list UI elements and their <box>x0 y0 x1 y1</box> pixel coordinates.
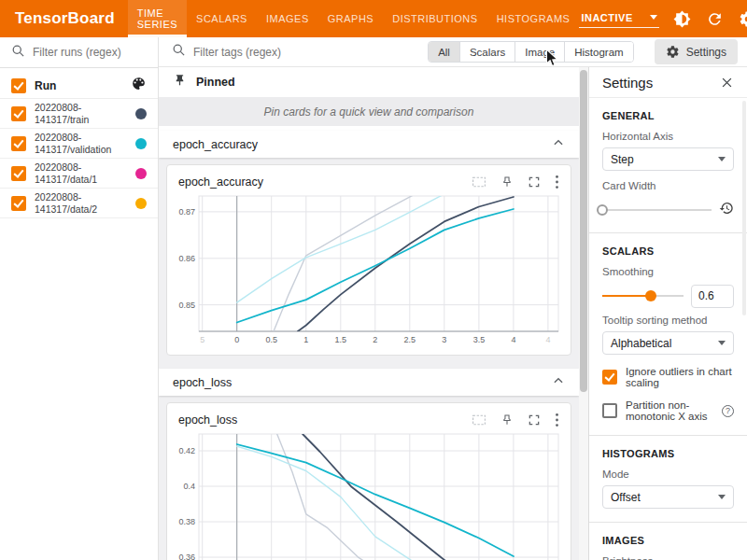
fit-to-data-icon[interactable] <box>472 175 486 189</box>
card-width-slider[interactable] <box>602 201 712 219</box>
run-checkbox[interactable] <box>11 106 26 121</box>
run-checkbox[interactable] <box>11 166 26 181</box>
select-all-runs-checkbox[interactable] <box>11 78 26 93</box>
tab-scalars[interactable]: SCALARS <box>187 0 257 37</box>
run-filter-row <box>0 37 158 68</box>
run-name-line1: 20220808- <box>35 161 81 173</box>
run-list-header: Run <box>0 73 158 99</box>
smoothing-slider[interactable] <box>602 287 684 305</box>
svg-text:1.5: 1.5 <box>335 335 347 344</box>
settings-button[interactable]: Settings <box>655 39 738 64</box>
partition-x-row[interactable]: Partition non-monotonic X axis? <box>602 399 734 422</box>
pinned-section-header: Pinned <box>159 67 579 97</box>
smoothing-value-input[interactable] <box>691 285 734 308</box>
tab-histograms[interactable]: HISTOGRAMS <box>487 0 580 37</box>
run-color-dot <box>135 138 147 149</box>
scalar-card-epoch-accuracy: epoch_accuracy <box>166 164 571 356</box>
pin-card-icon[interactable] <box>500 413 514 427</box>
help-icon[interactable]: ? <box>722 405 734 417</box>
section-title: epoch_accuracy <box>173 138 258 151</box>
run-row-data-1[interactable]: 20220808-141317/data/1 <box>0 159 158 189</box>
card-zone-epoch-loss: epoch_loss <box>159 396 579 560</box>
settings-panel-title: Settings <box>602 75 653 91</box>
partition-x-checkbox[interactable] <box>602 403 617 418</box>
chevron-down-icon <box>718 495 726 499</box>
reload-status-select[interactable]: INACTIVE <box>579 10 658 28</box>
chip-histogram[interactable]: Histogram <box>565 42 632 62</box>
run-filter-input[interactable] <box>33 46 147 59</box>
tab-images[interactable]: IMAGES <box>257 0 318 37</box>
tab-graphs[interactable]: GRAPHS <box>318 0 383 37</box>
run-name-line2: 141317/data/2 <box>35 203 97 215</box>
chevron-up-icon[interactable] <box>552 136 565 153</box>
run-checkbox[interactable] <box>11 136 26 151</box>
ignore-outliers-label: Ignore outliers in chart scaling <box>626 366 734 388</box>
histogram-mode-label: Mode <box>602 469 734 480</box>
svg-text:0.87: 0.87 <box>178 207 195 217</box>
run-name-line1: 20220808- <box>35 191 81 203</box>
run-row-train[interactable]: 20220808-141317/train <box>0 99 158 129</box>
pinned-title: Pinned <box>196 76 235 89</box>
tag-filter-input[interactable] <box>193 46 420 59</box>
run-name-line1: 20220808- <box>35 132 81 143</box>
fullscreen-icon[interactable] <box>528 175 541 189</box>
card-width-label: Card Width <box>602 180 734 191</box>
tab-distributions[interactable]: DISTRIBUTIONS <box>383 0 486 37</box>
cards-scroll-area: Pinned Pin cards for a quick view and co… <box>159 67 579 560</box>
main-scrollbar[interactable] <box>579 67 588 560</box>
section-header-epoch-accuracy[interactable]: epoch_accuracy <box>159 131 579 158</box>
chip-all[interactable]: All <box>429 42 460 62</box>
palette-icon[interactable] <box>131 76 147 95</box>
run-row-data-2[interactable]: 20220808-141317/data/2 <box>0 189 158 218</box>
chip-image[interactable]: Image <box>515 42 565 62</box>
pinned-empty-strip: Pin cards for a quick view and compariso… <box>159 97 579 126</box>
pin-icon <box>173 74 187 91</box>
settings-icon[interactable] <box>739 9 747 28</box>
tag-filter-toolbar: All Scalars Image Histogram Settings <box>159 37 747 67</box>
tag-type-filter-group: All Scalars Image Histogram <box>428 41 634 63</box>
card-title: epoch_loss <box>175 413 237 427</box>
tooltip-sort-select[interactable]: Alphabetical <box>602 331 734 355</box>
histogram-mode-select[interactable]: Offset <box>602 485 734 509</box>
chevron-up-icon[interactable] <box>552 374 565 391</box>
svg-text:0.38: 0.38 <box>178 517 195 526</box>
scrollbar-thumb[interactable] <box>580 70 587 392</box>
card-width-reset-icon[interactable] <box>719 201 734 219</box>
close-icon[interactable] <box>720 76 734 90</box>
epoch-accuracy-chart[interactable]: 500.511.522.533.5440.850.860.87 <box>175 194 563 351</box>
svg-text:2.5: 2.5 <box>404 335 416 344</box>
fullscreen-icon[interactable] <box>528 413 541 427</box>
section-header-epoch-loss[interactable]: epoch_loss <box>159 369 579 396</box>
more-options-icon[interactable] <box>555 413 559 427</box>
refresh-icon[interactable] <box>706 9 725 28</box>
settings-scrollbar[interactable] <box>742 101 746 315</box>
theme-toggle-icon[interactable] <box>673 9 692 28</box>
run-row-validation[interactable]: 20220808-141317/validation <box>0 129 158 159</box>
svg-text:1: 1 <box>303 335 308 344</box>
epoch-loss-chart[interactable]: 500.511.522.533.5440.360.380.40.42 <box>175 432 563 560</box>
card-title: epoch_accuracy <box>175 175 263 189</box>
svg-text:0: 0 <box>234 335 239 344</box>
run-name-line2: 141317/validation <box>35 144 111 155</box>
ignore-outliers-row[interactable]: Ignore outliers in chart scaling <box>602 366 734 388</box>
horizontal-axis-select[interactable]: Step <box>602 147 734 171</box>
scalars-heading: SCALARS <box>602 245 734 257</box>
gear-icon <box>666 45 680 59</box>
fit-to-data-icon[interactable] <box>472 413 486 427</box>
card-zone-epoch-accuracy: epoch_accuracy <box>159 158 579 369</box>
section-title: epoch_loss <box>173 376 232 389</box>
svg-text:3.5: 3.5 <box>473 335 486 344</box>
pin-card-icon[interactable] <box>500 175 514 189</box>
run-name-line2: 141317/train <box>35 114 89 125</box>
tab-time-series[interactable]: TIME SERIES <box>128 0 187 37</box>
tooltip-sort-value: Alphabetical <box>611 337 671 350</box>
run-checkbox[interactable] <box>11 196 26 211</box>
more-options-icon[interactable] <box>555 175 559 189</box>
chip-scalars[interactable]: Scalars <box>460 42 515 62</box>
run-name-line2: 141317/data/1 <box>35 174 97 185</box>
svg-text:5: 5 <box>200 335 204 344</box>
main-nav: TIME SERIES SCALARS IMAGES GRAPHS DISTRI… <box>128 0 580 37</box>
app-logo: TensorBoard <box>0 9 128 28</box>
ignore-outliers-checkbox[interactable] <box>602 370 617 385</box>
search-icon <box>172 43 186 61</box>
